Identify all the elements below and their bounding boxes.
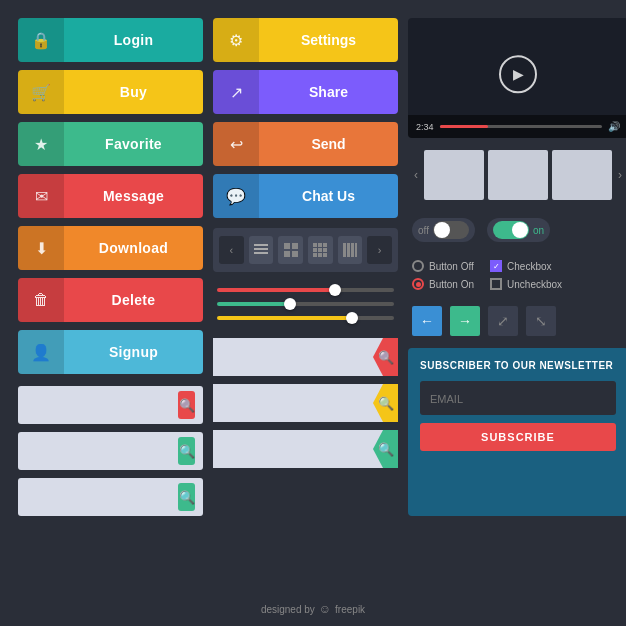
arrow-search-bars: 🔍 🔍 🔍 bbox=[213, 338, 398, 468]
slider-track-yellow[interactable] bbox=[217, 316, 394, 320]
thumb-prev-button[interactable]: ‹ bbox=[412, 166, 420, 184]
radio-off-circle[interactable] bbox=[412, 260, 424, 272]
svg-rect-2 bbox=[254, 252, 268, 254]
thumbnail-1[interactable] bbox=[424, 150, 484, 200]
delete-button[interactable]: 🗑 Delete bbox=[18, 278, 203, 322]
subscribe-button[interactable]: SUBSCRIBE bbox=[420, 423, 616, 451]
slider-yellow[interactable] bbox=[217, 316, 394, 320]
search-bar-3[interactable]: 🔍 bbox=[18, 478, 203, 516]
checkbox-group: ✓ Checkbox Uncheckbox bbox=[490, 260, 562, 290]
arrow-right-button[interactable]: → bbox=[450, 306, 480, 336]
slider-thumb-yellow[interactable] bbox=[346, 312, 358, 324]
message-label: Message bbox=[64, 188, 203, 204]
search-bar-2[interactable]: 🔍 bbox=[18, 432, 203, 470]
prev-page-button[interactable]: ‹ bbox=[219, 236, 244, 264]
buy-button[interactable]: 🛒 Buy bbox=[18, 70, 203, 114]
search-button-3[interactable]: 🔍 bbox=[178, 483, 195, 511]
radio-off-label: Button Off bbox=[429, 261, 474, 272]
svg-rect-17 bbox=[347, 243, 350, 257]
footer-brand: freepik bbox=[335, 604, 365, 615]
email-input-wrap[interactable] bbox=[420, 381, 616, 415]
expand-button-1[interactable]: ⤢ bbox=[488, 306, 518, 336]
radio-on-item[interactable]: Button On bbox=[412, 278, 474, 290]
slider-track-green[interactable] bbox=[217, 302, 394, 306]
search-button-1[interactable]: 🔍 bbox=[178, 391, 195, 419]
search-input-3[interactable] bbox=[28, 490, 178, 504]
send-button[interactable]: ↩ Send bbox=[213, 122, 398, 166]
arrow-search-bar-1[interactable]: 🔍 bbox=[213, 338, 398, 376]
expand-button-2[interactable]: ⤡ bbox=[526, 306, 556, 336]
radio-on-label: Button On bbox=[429, 279, 474, 290]
slider-thumb-red[interactable] bbox=[329, 284, 341, 296]
checkbox-unchecked[interactable] bbox=[490, 278, 502, 290]
arrow-left-button[interactable]: ← bbox=[412, 306, 442, 336]
columns-view-button[interactable] bbox=[338, 236, 363, 264]
search-input-1[interactable] bbox=[28, 398, 178, 412]
download-button[interactable]: ⬇ Download bbox=[18, 226, 203, 270]
arrow-search-input-1[interactable] bbox=[213, 350, 373, 364]
radio-group: Button Off Button On bbox=[412, 260, 474, 290]
arrow-search-bar-3[interactable]: 🔍 bbox=[213, 430, 398, 468]
search-bar-1[interactable]: 🔍 bbox=[18, 386, 203, 424]
play-button[interactable]: ▶ bbox=[499, 55, 537, 93]
checkbox-unchecked-item[interactable]: Uncheckbox bbox=[490, 278, 562, 290]
share-label: Share bbox=[259, 84, 398, 100]
search-input-2[interactable] bbox=[28, 444, 178, 458]
newsletter-title: SUBSCRIBER TO OUR NEWSLETTER bbox=[420, 360, 616, 371]
favorite-button[interactable]: ★ Favorite bbox=[18, 122, 203, 166]
arrow-search-button-1[interactable]: 🔍 bbox=[373, 338, 398, 376]
thumbnail-2[interactable] bbox=[488, 150, 548, 200]
message-button[interactable]: ✉ Message bbox=[18, 174, 203, 218]
lock-icon: 🔒 bbox=[18, 18, 64, 62]
share-button[interactable]: ↗ Share bbox=[213, 70, 398, 114]
slider-green[interactable] bbox=[217, 302, 394, 306]
arrow-search-input-3[interactable] bbox=[213, 442, 373, 456]
slider-track-red[interactable] bbox=[217, 288, 394, 292]
video-player[interactable]: ▶ 2:34 🔊 bbox=[408, 18, 626, 138]
email-input[interactable] bbox=[430, 393, 606, 405]
grid-view-button[interactable] bbox=[278, 236, 303, 264]
arrow-search-input-2[interactable] bbox=[213, 396, 373, 410]
uncheckbox-label: Uncheckbox bbox=[507, 279, 562, 290]
toggle-track-on[interactable] bbox=[493, 221, 529, 239]
svg-rect-3 bbox=[284, 243, 290, 249]
svg-rect-14 bbox=[318, 253, 322, 257]
signup-button[interactable]: 👤 Signup bbox=[18, 330, 203, 374]
arrow-search-button-3[interactable]: 🔍 bbox=[373, 430, 398, 468]
checkbox-checked-item[interactable]: ✓ Checkbox bbox=[490, 260, 562, 272]
freepik-icon: ☺ bbox=[319, 602, 331, 616]
radio-on-circle[interactable] bbox=[412, 278, 424, 290]
toggle-off-label: off bbox=[418, 225, 429, 236]
svg-rect-1 bbox=[254, 248, 268, 250]
settings-label: Settings bbox=[259, 32, 398, 48]
svg-rect-15 bbox=[323, 253, 327, 257]
thumbnail-3[interactable] bbox=[552, 150, 612, 200]
radio-off-item[interactable]: Button Off bbox=[412, 260, 474, 272]
svg-rect-6 bbox=[292, 251, 298, 257]
svg-rect-13 bbox=[313, 253, 317, 257]
list-view-button[interactable] bbox=[249, 236, 274, 264]
volume-icon[interactable]: 🔊 bbox=[608, 121, 620, 132]
chat-button[interactable]: 💬 Chat Us bbox=[213, 174, 398, 218]
search-bars-left: 🔍 🔍 🔍 bbox=[18, 386, 203, 516]
toggle-track-off[interactable] bbox=[433, 221, 469, 239]
search-button-2[interactable]: 🔍 bbox=[178, 437, 195, 465]
arrow-search-button-2[interactable]: 🔍 bbox=[373, 384, 398, 422]
delete-label: Delete bbox=[64, 292, 203, 308]
gear-icon: ⚙ bbox=[213, 18, 259, 62]
checkbox-checked[interactable]: ✓ bbox=[490, 260, 502, 272]
video-progress-bar[interactable] bbox=[440, 125, 602, 128]
slider-thumb-green[interactable] bbox=[284, 298, 296, 310]
tile-view-button[interactable] bbox=[308, 236, 333, 264]
slider-red[interactable] bbox=[217, 288, 394, 292]
thumb-next-button[interactable]: › bbox=[616, 166, 624, 184]
arrow-search-bar-2[interactable]: 🔍 bbox=[213, 384, 398, 422]
chat-label: Chat Us bbox=[259, 188, 398, 204]
login-button[interactable]: 🔒 Login bbox=[18, 18, 203, 62]
svg-rect-11 bbox=[318, 248, 322, 252]
settings-button[interactable]: ⚙ Settings bbox=[213, 18, 398, 62]
next-page-button[interactable]: › bbox=[367, 236, 392, 264]
toggle-off[interactable]: off bbox=[412, 218, 475, 242]
footer-text: designed by bbox=[261, 604, 315, 615]
toggle-on[interactable]: on bbox=[487, 218, 550, 242]
